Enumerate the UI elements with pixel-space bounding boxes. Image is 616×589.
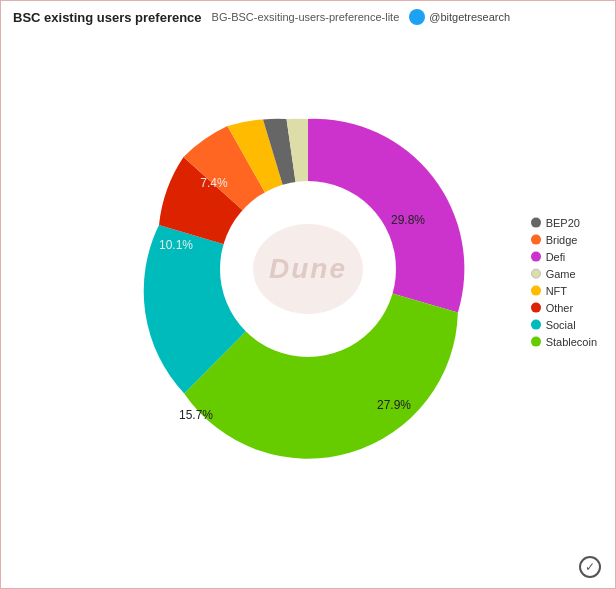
legend-label-bep20: BEP20	[546, 217, 580, 229]
donut-chart: 29.8% 27.9% 15.7% 10.1% 7.4%	[108, 39, 508, 499]
legend-label-nft: NFT	[546, 285, 567, 297]
legend-dot-social	[531, 320, 541, 330]
legend-item-bridge: Bridge	[531, 234, 597, 246]
legend: BEP20 Bridge Defi Game NFT Other Social	[531, 217, 597, 348]
legend-dot-other	[531, 303, 541, 313]
checkmark-icon: ✓	[579, 556, 601, 578]
legend-dot-defi	[531, 252, 541, 262]
label-stablecoin: 27.9%	[377, 398, 411, 412]
twitter-icon	[409, 9, 425, 25]
legend-dot-game	[531, 269, 541, 279]
legend-item-game: Game	[531, 268, 597, 280]
legend-item-social: Social	[531, 319, 597, 331]
chart-area: 29.8% 27.9% 15.7% 10.1% 7.4% Dune BEP20 …	[1, 39, 615, 499]
label-defi: 29.8%	[391, 213, 425, 227]
chart-subtitle: BG-BSC-exsiting-users-preference-lite	[212, 11, 400, 23]
legend-label-bridge: Bridge	[546, 234, 578, 246]
legend-item-other: Other	[531, 302, 597, 314]
label-bridge: 7.4%	[200, 176, 228, 190]
twitter-handle: @bitgetresearch	[429, 11, 510, 23]
legend-label-game: Game	[546, 268, 576, 280]
header: BSC existing users preference BG-BSC-exs…	[1, 1, 615, 29]
legend-label-other: Other	[546, 302, 574, 314]
legend-label-defi: Defi	[546, 251, 566, 263]
donut-container: 29.8% 27.9% 15.7% 10.1% 7.4% Dune	[108, 39, 508, 499]
legend-item-defi: Defi	[531, 251, 597, 263]
twitter-tag: @bitgetresearch	[409, 9, 510, 25]
legend-dot-nft	[531, 286, 541, 296]
label-other: 10.1%	[159, 238, 193, 252]
legend-item-stablecoin: Stablecoin	[531, 336, 597, 348]
label-social: 15.7%	[179, 408, 213, 422]
legend-dot-stablecoin	[531, 337, 541, 347]
legend-label-stablecoin: Stablecoin	[546, 336, 597, 348]
legend-item-nft: NFT	[531, 285, 597, 297]
legend-label-social: Social	[546, 319, 576, 331]
chart-title: BSC existing users preference	[13, 10, 202, 25]
legend-dot-bridge	[531, 235, 541, 245]
legend-dot-bep20	[531, 218, 541, 228]
watermark-ellipse	[253, 224, 363, 314]
legend-item-bep20: BEP20	[531, 217, 597, 229]
